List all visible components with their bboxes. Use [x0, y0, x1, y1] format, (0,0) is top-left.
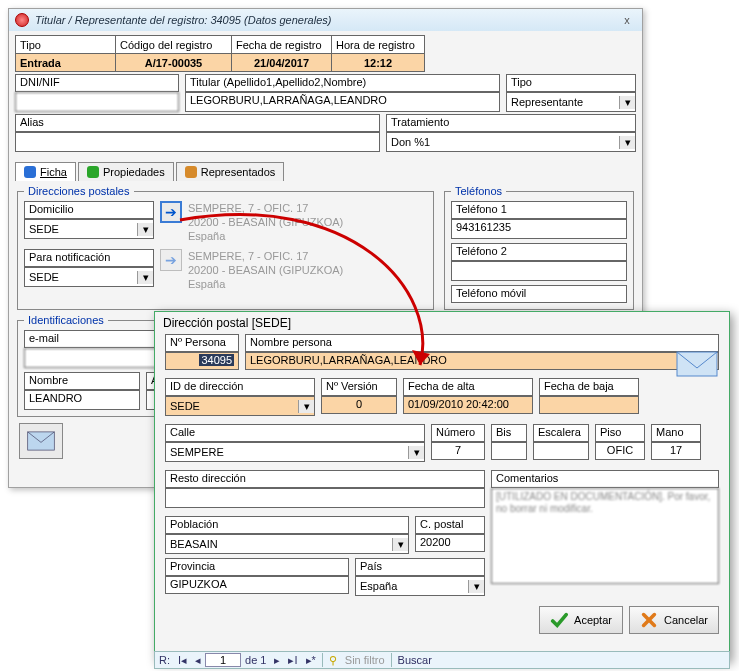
goto-address-button-2[interactable]: ➔: [160, 249, 182, 271]
val-bis[interactable]: [491, 442, 527, 460]
val-provincia[interactable]: GIPUZKOA: [165, 576, 349, 594]
close-icon[interactable]: x: [618, 14, 636, 26]
val-hora: 12:12: [332, 54, 425, 72]
dropdown-iddir[interactable]: SEDE▾: [165, 396, 315, 416]
nav-page-input[interactable]: [205, 653, 241, 667]
nav-buscar[interactable]: Buscar: [394, 654, 436, 666]
fieldset-direcciones: Direcciones postales Domicilio SEDE ▾ ➔ …: [17, 185, 434, 310]
mail-button[interactable]: [19, 423, 63, 459]
val-numero[interactable]: 7: [431, 442, 485, 460]
nav-first-icon[interactable]: I◂: [174, 654, 191, 667]
hdr-numero: Número: [431, 424, 485, 442]
hdr-iddir: ID de dirección: [165, 378, 315, 396]
cancelar-button[interactable]: Cancelar: [629, 606, 719, 634]
tab-representados[interactable]: Representados: [176, 162, 285, 181]
nav-new-icon[interactable]: ▸*: [302, 654, 320, 667]
val-tel2[interactable]: [451, 261, 627, 281]
dropdown-notificacion[interactable]: SEDE ▾: [24, 267, 154, 287]
chevron-down-icon[interactable]: ▾: [137, 271, 153, 284]
val-tratamiento: Don %1: [387, 136, 619, 148]
val-resto[interactable]: [165, 488, 485, 508]
goto-address-button[interactable]: ➔: [160, 201, 182, 223]
val-codigo: A/17-00035: [116, 54, 232, 72]
app-icon: [15, 13, 29, 27]
hdr-dni: DNI/NIF: [15, 74, 179, 92]
nav-filter-icon[interactable]: ⚲: [325, 654, 341, 667]
hdr-tel2: Teléfono 2: [451, 243, 627, 261]
record-navigator: R: I◂ ◂ de 1 ▸ ▸I ▸* ⚲ Sin filtro Buscar: [154, 651, 730, 669]
hdr-resto: Resto dirección: [165, 470, 485, 488]
val-email[interactable]: [24, 348, 170, 368]
val-comentarios[interactable]: [UTILIZADO EN DOCUMENTACIÓN]. Por favor,…: [491, 488, 719, 584]
val-fbaja[interactable]: [539, 396, 639, 414]
hdr-piso: Piso: [595, 424, 645, 442]
val-dni[interactable]: [15, 92, 179, 112]
nav-sinfiltro[interactable]: Sin filtro: [341, 654, 389, 666]
hdr-fbaja: Fecha de baja: [539, 378, 639, 396]
nav-of: de 1: [241, 654, 270, 666]
chevron-down-icon: ▾: [408, 446, 424, 459]
tab-ficha[interactable]: Ficha: [15, 162, 76, 181]
hdr-tipo: Tipo: [16, 36, 116, 54]
dropdown-pais[interactable]: España▾: [355, 576, 485, 596]
envelope-icon: [27, 431, 55, 451]
aceptar-button[interactable]: Aceptar: [539, 606, 623, 634]
val-fecha: 21/04/2017: [232, 54, 332, 72]
hdr-alias: Alias: [15, 114, 380, 132]
chevron-down-icon: ▾: [392, 538, 408, 551]
chevron-down-icon[interactable]: ▾: [137, 223, 153, 236]
hdr-tratamiento: Tratamiento: [386, 114, 636, 132]
check-icon: [550, 611, 568, 629]
legend-telefonos: Teléfonos: [451, 185, 506, 197]
val-piso[interactable]: OFIC: [595, 442, 645, 460]
dropdown-tipo[interactable]: Representante ▾: [506, 92, 636, 112]
val-falta[interactable]: 01/09/2010 20:42:00: [403, 396, 533, 414]
titlebar: Titular / Representante del registro: 34…: [9, 9, 642, 31]
val-escalera[interactable]: [533, 442, 589, 460]
dialog-title: Dirección postal [SEDE]: [155, 312, 729, 330]
svg-rect-1: [677, 352, 717, 376]
hdr-provincia: Provincia: [165, 558, 349, 576]
hdr-fecha: Fecha de registro: [232, 36, 332, 54]
hdr-movil: Teléfono móvil: [451, 285, 627, 303]
dropdown-poblacion[interactable]: BEASAIN▾: [165, 534, 409, 554]
legend-ident: Identificaciones: [24, 314, 108, 326]
hdr-codigo: Código del registro: [116, 36, 232, 54]
val-tel1[interactable]: 943161235: [451, 219, 627, 239]
val-nombre[interactable]: LEANDRO: [24, 390, 140, 410]
val-nombrepersona[interactable]: LEGORBURU,LARRAÑAGA,LEANDRO: [245, 352, 719, 370]
representados-icon: [185, 166, 197, 178]
tab-strip: Ficha Propiedades Representados: [15, 162, 636, 181]
val-mano[interactable]: 17: [651, 442, 701, 460]
hdr-calle: Calle: [165, 424, 425, 442]
hdr-pais: País: [355, 558, 485, 576]
address-preview-1: SEMPERE, 7 - OFIC. 17 20200 - BEASAIN (G…: [188, 201, 343, 243]
hdr-nombre: Nombre: [24, 372, 140, 390]
hdr-titular: Titular (Apellido1,Apellido2,Nombre): [185, 74, 500, 92]
propiedades-icon: [87, 166, 99, 178]
val-alias[interactable]: [15, 132, 380, 152]
tab-propiedades[interactable]: Propiedades: [78, 162, 174, 181]
val-tipo: Entrada: [16, 54, 116, 72]
cancel-icon: [640, 611, 658, 629]
chevron-down-icon[interactable]: ▾: [619, 96, 635, 109]
direccion-dialog: Dirección postal [SEDE] Nº Persona Nombr…: [154, 311, 730, 661]
dropdown-tratamiento[interactable]: Don %1 ▾: [386, 132, 636, 152]
chevron-down-icon[interactable]: ▾: [619, 136, 635, 149]
hdr-hora: Hora de registro: [332, 36, 425, 54]
hdr-escalera: Escalera: [533, 424, 589, 442]
val-cpostal[interactable]: 20200: [415, 534, 485, 552]
hdr-email: e-mail: [24, 330, 170, 348]
hdr-notificacion: Para notificación: [24, 249, 154, 267]
hdr-tipo2: Tipo: [506, 74, 636, 92]
nav-last-icon[interactable]: ▸I: [284, 654, 301, 667]
nav-next-icon[interactable]: ▸: [270, 654, 284, 667]
val-titular[interactable]: LEGORBURU,LARRAÑAGA,LEANDRO: [185, 92, 500, 112]
dropdown-calle[interactable]: SEMPERE▾: [165, 442, 425, 462]
nav-prev-icon[interactable]: ◂: [191, 654, 205, 667]
hdr-mano: Mano: [651, 424, 701, 442]
val-npersona[interactable]: 34095: [165, 352, 239, 370]
dropdown-domicilio[interactable]: SEDE ▾: [24, 219, 154, 239]
hdr-nombrepersona: Nombre persona: [245, 334, 719, 352]
val-nver[interactable]: 0: [321, 396, 397, 414]
